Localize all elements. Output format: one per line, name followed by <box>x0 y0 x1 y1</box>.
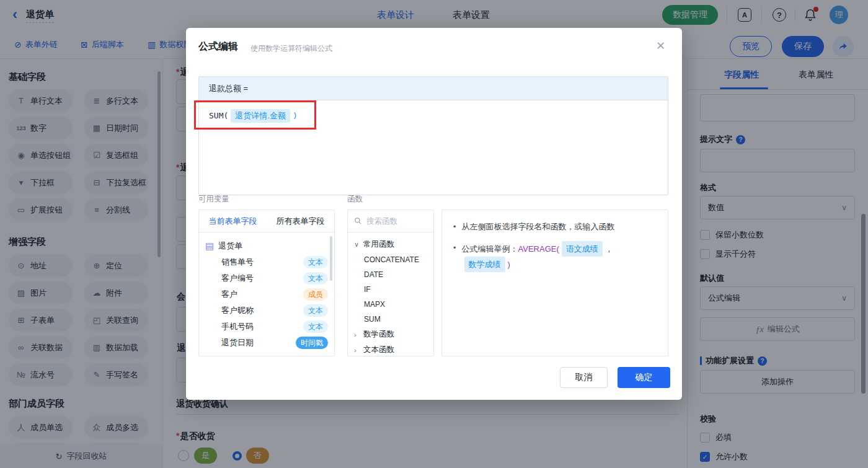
variable-row[interactable]: 客户成员 <box>205 286 328 302</box>
group-label: 常用函数 <box>363 239 394 250</box>
cancel-button[interactable]: 取消 <box>560 367 608 388</box>
variable-row[interactable]: 客户编号文本 <box>205 270 328 286</box>
variables-panel: 当前表单字段 所有表单字段 ▤ 退货单 销售单号文本 客户编号文本 客户成员 客… <box>198 210 335 356</box>
search-icon <box>354 217 362 225</box>
formula-close-paren: ) <box>293 111 298 120</box>
group-label: 数学函数 <box>363 329 394 340</box>
variables-scrollbar-thumb[interactable] <box>330 236 332 281</box>
type-badge: 文本 <box>303 272 328 285</box>
type-badge: 文本 <box>303 256 328 268</box>
form-doc-icon: ▤ <box>205 241 214 252</box>
chevron-right-icon: › <box>354 331 360 338</box>
variable-row[interactable]: 退货日期时间戳 <box>205 335 328 351</box>
example-token-2: 数学成绩 <box>464 257 505 272</box>
variable-row[interactable]: 客户昵称文本 <box>205 302 328 319</box>
confirm-button[interactable]: 确定 <box>618 367 670 388</box>
tip-line-2: 公式编辑举例：AVERAGE(语文成绩，数学成绩) <box>453 241 657 272</box>
function-item[interactable]: SUM <box>354 312 431 327</box>
chevron-down-icon: ∨ <box>354 241 360 249</box>
functions-panel: ∨ 常用函数 CONCATENATE DATE IF MAPX SUM › 数学… <box>347 210 434 356</box>
example-token-1: 语文成绩 <box>562 241 603 257</box>
functions-scrollbar-thumb[interactable] <box>433 235 434 314</box>
formula-target: 退款总额 = <box>199 77 668 100</box>
formula-field-token[interactable]: 退货详情.金额 <box>231 109 290 123</box>
function-group-text[interactable]: › 文本函数 <box>354 342 431 356</box>
function-search[interactable] <box>348 210 433 232</box>
function-tree: ∨ 常用函数 CONCATENATE DATE IF MAPX SUM › 数学… <box>348 232 433 356</box>
type-badge: 时间戳 <box>296 337 328 349</box>
tip-prefix: 公式编辑举例： <box>462 244 518 254</box>
variables-tabs: 当前表单字段 所有表单字段 <box>199 210 334 232</box>
type-badge: 文本 <box>303 320 328 333</box>
type-badge: 成员 <box>303 288 328 301</box>
function-item[interactable]: IF <box>354 282 431 297</box>
tab-current-form-fields[interactable]: 当前表单字段 <box>199 216 267 227</box>
app-window: ‹ 退货单 表单设计 表单设置 数据管理 A ? 理 ⊘ 表单外链 ⊠ 后端脚本… <box>0 0 868 468</box>
dialog-subtitle: 使用数学运算符编辑公式 <box>250 43 332 54</box>
function-group-math[interactable]: › 数学函数 <box>354 327 431 342</box>
example-close-paren: ) <box>508 260 510 269</box>
formula-function: SUM( <box>209 111 228 120</box>
example-function: AVERAGE( <box>518 244 559 254</box>
tip-comma: ， <box>605 244 613 254</box>
form-name: 退货单 <box>218 241 242 252</box>
dialog-title: 公式编辑 <box>198 40 238 53</box>
variables-list: ▤ 退货单 销售单号文本 客户编号文本 客户成员 客户昵称文本 手机号码文本 退… <box>199 232 334 351</box>
function-item[interactable]: MAPX <box>354 297 431 312</box>
formula-input-area[interactable]: SUM(退货详情.金额) <box>199 100 668 131</box>
type-badge: 文本 <box>303 304 328 317</box>
tip-line-1: 从左侧面板选择字段名和函数，或输入函数 <box>453 220 657 233</box>
variable-row[interactable]: 手机号码文本 <box>205 319 328 335</box>
function-group-common[interactable]: ∨ 常用函数 <box>354 237 431 252</box>
formula-edit-dialog: 公式编辑 使用数学运算符编辑公式 ✕ 退款总额 = SUM(退货详情.金额) 可… <box>186 28 682 400</box>
variables-label: 可用变量 <box>198 194 229 205</box>
variables-root-form[interactable]: ▤ 退货单 <box>205 237 328 254</box>
formula-editor: 退款总额 = SUM(退货详情.金额) <box>198 76 668 195</box>
variable-row[interactable]: 销售单号文本 <box>205 254 328 270</box>
group-label: 文本函数 <box>363 345 394 355</box>
tips-panel: 从左侧面板选择字段名和函数，或输入函数 公式编辑举例：AVERAGE(语文成绩，… <box>441 210 668 356</box>
function-item[interactable]: CONCATENATE <box>354 252 431 267</box>
function-search-input[interactable] <box>366 217 423 226</box>
tab-all-form-fields[interactable]: 所有表单字段 <box>267 216 334 227</box>
chevron-right-icon: › <box>354 347 360 354</box>
close-icon[interactable]: ✕ <box>656 39 665 53</box>
function-item[interactable]: DATE <box>354 267 431 282</box>
functions-label: 函数 <box>347 194 363 205</box>
